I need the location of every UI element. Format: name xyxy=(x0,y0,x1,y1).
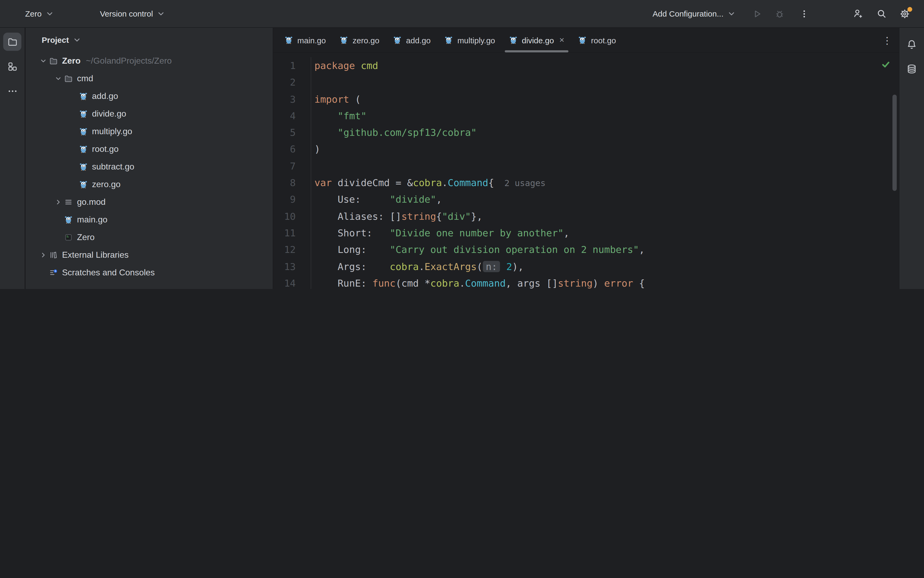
gutter[interactable]: 13 xyxy=(273,258,311,275)
project-tool-button[interactable] xyxy=(3,32,21,51)
gutter[interactable]: 14 xyxy=(273,275,311,289)
tree-item-zero-go[interactable]: zero.go xyxy=(26,175,273,193)
gutter[interactable]: 2 xyxy=(273,74,311,91)
chevron-right-icon[interactable] xyxy=(37,250,49,259)
fold-spacer xyxy=(296,275,311,289)
tree-item-multiply-go[interactable]: multiply.go xyxy=(26,122,273,140)
close-icon[interactable]: × xyxy=(559,35,564,45)
chevron-down-icon xyxy=(158,11,164,16)
code-line: 13 Args: cobra.ExactArgs(n: 2), xyxy=(273,258,899,275)
chevron-down-icon xyxy=(728,11,735,16)
tab-divide-go[interactable]: divide.go× xyxy=(502,28,572,52)
settings-gear-icon[interactable] xyxy=(896,5,913,22)
line-number: 14 xyxy=(273,275,296,289)
tab-label: add.go xyxy=(406,36,431,45)
main-toolbar: Zero Version control Add Configuration..… xyxy=(0,0,924,28)
editor-tabs-kebab[interactable]: ⋮ xyxy=(881,28,893,53)
vcs-widget-label: Version control xyxy=(100,9,153,18)
gutter[interactable]: 1 xyxy=(273,57,311,74)
code-line: 3import ( xyxy=(273,91,899,107)
gutter[interactable]: 5 xyxy=(273,124,311,141)
line-number: 12 xyxy=(273,242,296,258)
gutter[interactable]: 10 xyxy=(273,208,311,224)
tree-item-zero[interactable]: Zero xyxy=(26,228,273,246)
line-number: 3 xyxy=(273,91,296,107)
database-tool-button[interactable] xyxy=(903,60,921,78)
tab-zero-go[interactable]: zero.go xyxy=(333,28,386,52)
fold-spacer xyxy=(296,258,311,275)
code-line: 4 "fmt" xyxy=(273,107,899,124)
chevron-down-icon[interactable] xyxy=(37,57,49,65)
code-line: 2 xyxy=(273,74,899,91)
tree-item-divide-go[interactable]: divide.go xyxy=(26,105,273,122)
code-line: 1package cmd xyxy=(273,57,899,74)
line-number: 2 xyxy=(273,74,296,91)
inspections-ok-check-icon[interactable] xyxy=(881,60,890,69)
search-everywhere-icon[interactable] xyxy=(873,5,890,22)
scratch-icon xyxy=(49,268,62,277)
code-text: Short: "Divide one number by another", xyxy=(311,224,570,242)
code-text: RunE: func(cmd *cobra.Command, args []st… xyxy=(311,275,645,289)
chevron-right-icon[interactable] xyxy=(52,198,64,206)
tree-item-zero[interactable]: Zero~/GolandProjects/Zero xyxy=(26,52,273,70)
tree-item-add-go[interactable]: add.go xyxy=(26,87,273,105)
tree-item-cmd[interactable]: cmd xyxy=(26,70,273,87)
tab-add-go[interactable]: add.go xyxy=(386,28,438,52)
tree-item-label: zero.go xyxy=(92,179,120,189)
gutter[interactable]: 8 xyxy=(273,174,311,191)
gutter[interactable]: 12 xyxy=(273,242,311,258)
debug-button[interactable] xyxy=(771,5,788,22)
run-configurations-dropdown[interactable]: Add Configuration... xyxy=(653,9,735,18)
gutter[interactable]: 4 xyxy=(273,107,311,124)
gutter[interactable]: 9 xyxy=(273,191,311,208)
left-tool-strip xyxy=(0,28,25,289)
run-button[interactable] xyxy=(749,5,766,22)
settings-notification-badge xyxy=(908,6,912,11)
editor-tab-bar: main.gozero.goadd.gomultiply.godivide.go… xyxy=(273,28,899,53)
tree-item-external-libraries[interactable]: External Libraries xyxy=(26,246,273,264)
line-number: 10 xyxy=(273,208,296,224)
line-number: 11 xyxy=(273,224,296,242)
tab-label: main.go xyxy=(297,36,326,45)
tab-root-go[interactable]: root.go xyxy=(572,28,623,52)
code-viewport[interactable]: 1package cmd23import (4 "fmt"5 "github.c… xyxy=(273,54,899,289)
fold-spacer xyxy=(296,91,311,107)
code-text: Long: "Carry out division operation on 2… xyxy=(311,242,645,258)
tab-main-go[interactable]: main.go xyxy=(278,28,333,52)
chevron-down-icon[interactable] xyxy=(52,74,64,83)
tree-item-root-go[interactable]: root.go xyxy=(26,140,273,158)
code-text xyxy=(311,74,314,91)
gopher-icon xyxy=(79,127,92,136)
gopher-icon xyxy=(79,109,92,118)
fold-spacer xyxy=(296,191,311,208)
project-widget[interactable]: Zero xyxy=(25,9,53,18)
gopher-icon xyxy=(509,36,518,44)
tab-multiply-go[interactable]: multiply.go xyxy=(438,28,502,52)
tree-item-main-go[interactable]: main.go xyxy=(26,211,273,228)
more-tool-windows-button[interactable] xyxy=(3,82,21,100)
line-number: 9 xyxy=(273,191,296,208)
gutter[interactable]: 3 xyxy=(273,91,311,107)
editor-scrollbar[interactable] xyxy=(892,95,897,191)
code-text: package cmd xyxy=(311,57,378,74)
tree-item-go-mod[interactable]: go.mod xyxy=(26,193,273,211)
code-line: 12 Long: "Carry out division operation o… xyxy=(273,242,899,258)
gutter[interactable]: 6 xyxy=(273,141,311,158)
code-line: 8var divideCmd = &cobra.Command{ 2 usage… xyxy=(273,174,899,191)
notifications-bell-button[interactable] xyxy=(903,35,921,54)
code-line: 14 RunE: func(cmd *cobra.Command, args [… xyxy=(273,275,899,289)
tab-label: divide.go xyxy=(522,36,554,45)
code-line: 7 xyxy=(273,158,899,175)
gutter[interactable]: 7 xyxy=(273,158,311,175)
structure-tool-button[interactable] xyxy=(3,57,21,75)
more-actions-kebab[interactable] xyxy=(796,5,813,22)
tree-item-subtract-go[interactable]: subtract.go xyxy=(26,158,273,175)
code-with-me-icon[interactable] xyxy=(849,5,866,22)
tree-item-scratches-and-consoles[interactable]: Scratches and Consoles xyxy=(26,264,273,281)
vcs-widget[interactable]: Version control xyxy=(100,9,164,18)
project-panel-header[interactable]: Project xyxy=(26,28,273,44)
editor-area: main.gozero.goadd.gomultiply.godivide.go… xyxy=(273,28,899,289)
gutter[interactable]: 11 xyxy=(273,224,311,242)
fold-spacer xyxy=(296,208,311,224)
tree-item-label: main.go xyxy=(77,215,107,224)
